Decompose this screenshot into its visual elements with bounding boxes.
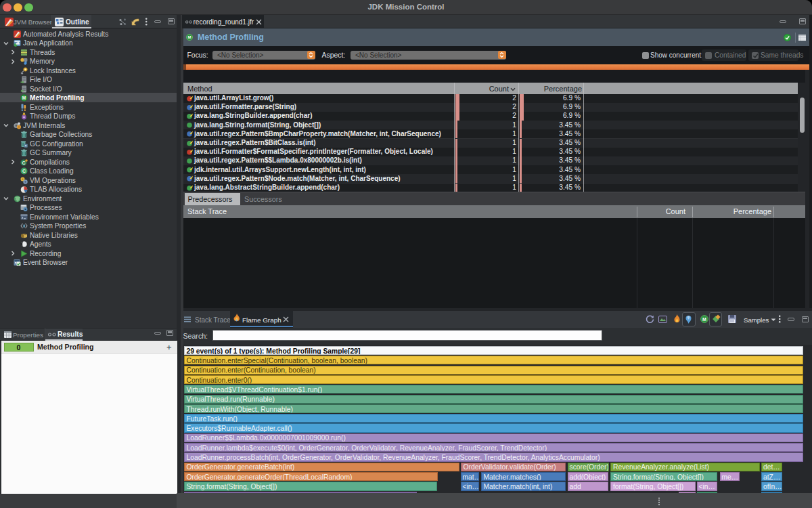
svg-text:M: M	[188, 35, 191, 39]
svg-text:C: C	[22, 160, 25, 165]
svg-text:M: M	[702, 317, 706, 322]
svg-text:M: M	[22, 96, 26, 100]
svg-text:C: C	[22, 169, 26, 173]
